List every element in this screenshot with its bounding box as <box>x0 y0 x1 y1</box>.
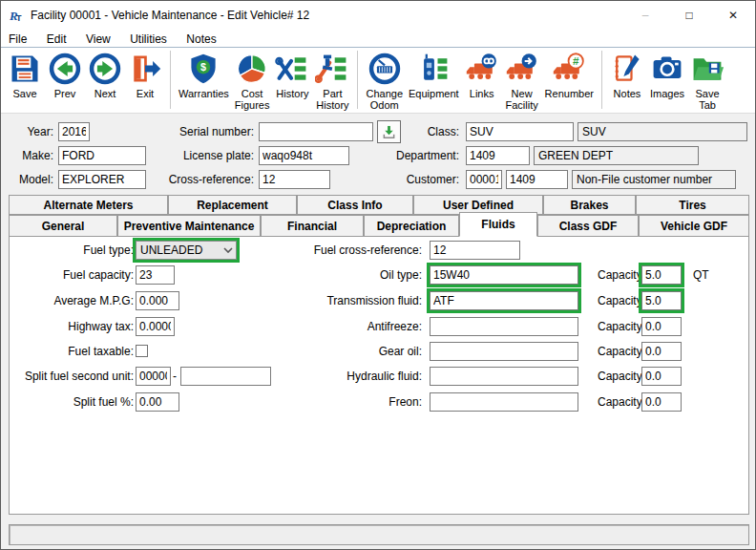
highway-tax-input[interactable] <box>136 317 175 336</box>
equipment-icon <box>416 50 451 88</box>
toolbar-history-button[interactable]: History <box>272 50 312 99</box>
gear-oil-input[interactable] <box>430 342 578 361</box>
maximize-button[interactable]: □ <box>667 1 711 30</box>
toolbar-links-button[interactable]: Links <box>462 50 502 99</box>
gear-oil-capacity-label: Capacity: <box>592 342 645 361</box>
toolbar-separator <box>170 51 171 109</box>
antifreeze-input[interactable] <box>430 317 578 336</box>
fluids-tab-panel: Fuel type: UNLEADED Fuel capacity: Avera… <box>9 236 749 515</box>
transmission-capacity-input[interactable] <box>641 291 682 310</box>
close-button[interactable]: ✕ <box>711 1 755 30</box>
oil-capacity-label: Capacity: <box>592 265 645 285</box>
oil-capacity-input[interactable] <box>641 265 682 285</box>
transmission-fluid-input[interactable] <box>430 291 578 310</box>
tab-class-info[interactable]: Class Info <box>297 195 413 215</box>
title-bar[interactable]: RT Facility 00001 - Vehicle Maintenance … <box>1 1 755 30</box>
tab-preventive-maintenance[interactable]: Preventive Maintenance <box>117 215 261 236</box>
license-plate-input[interactable] <box>259 146 349 165</box>
links-icon <box>465 50 499 88</box>
class-input[interactable] <box>466 122 574 141</box>
svg-text:T: T <box>16 13 22 23</box>
menu-utilities[interactable]: Utilities <box>122 31 175 48</box>
hydraulic-fluid-label: Hydraulic fluid: <box>305 367 422 386</box>
history-icon <box>275 50 309 88</box>
toolbar-part-history-button[interactable]: Part History <box>312 50 352 111</box>
tab-alternate-meters[interactable]: Alternate Meters <box>9 195 168 215</box>
fuel-capacity-input[interactable] <box>136 265 175 285</box>
cross-reference-label: Cross-reference: <box>154 170 254 189</box>
year-input[interactable] <box>58 122 90 141</box>
transmission-fluid-highlight <box>427 288 581 313</box>
antifreeze-capacity-input[interactable] <box>641 317 682 336</box>
model-input[interactable] <box>58 170 146 189</box>
tab-financial[interactable]: Financial <box>261 215 364 236</box>
average-mpg-input[interactable] <box>136 291 179 310</box>
department-input[interactable] <box>466 146 530 165</box>
oil-type-label: Oil type: <box>305 265 422 285</box>
menu-notes[interactable]: Notes <box>178 31 223 48</box>
tab-fluids[interactable]: Fluids <box>459 212 537 237</box>
customer-input-2[interactable] <box>506 170 568 189</box>
toolbar-next-button[interactable]: Next <box>85 50 125 99</box>
tab-brakes[interactable]: Brakes <box>543 195 636 215</box>
menu-view[interactable]: View <box>78 31 118 48</box>
customer-input-1[interactable] <box>466 170 502 189</box>
toolbar-new-facility-button[interactable]: New Facility <box>502 50 542 111</box>
transmission-capacity-highlight <box>639 288 684 313</box>
split-fuel-second-unit-input-2[interactable] <box>180 367 271 386</box>
toolbar-images-button[interactable]: Images <box>647 50 687 99</box>
toolbar-change-odom-button[interactable]: Change Odom <box>363 50 406 111</box>
freon-input[interactable] <box>430 392 578 412</box>
warranties-icon: $ <box>186 50 220 88</box>
tab-depreciation[interactable]: Depreciation <box>364 215 459 236</box>
department-label: Department: <box>378 146 459 165</box>
part-history-icon <box>315 50 349 88</box>
toolbar-notes-button[interactable]: Notes <box>607 50 647 99</box>
year-label: Year: <box>1 122 53 141</box>
toolbar-separator <box>601 51 602 109</box>
tab-general[interactable]: General <box>9 215 117 236</box>
toolbar-cost-figures-button[interactable]: Cost Figures <box>232 50 273 111</box>
toolbar-renumber-button[interactable]: # Renumber <box>542 50 597 99</box>
freon-capacity-input[interactable] <box>641 392 682 412</box>
fuel-type-select[interactable]: UNLEADED <box>136 241 237 260</box>
license-plate-label: License plate: <box>154 146 254 165</box>
class-description: SUV <box>578 122 747 141</box>
save-icon <box>8 50 42 88</box>
make-input[interactable] <box>58 146 146 165</box>
split-fuel-percent-input[interactable] <box>136 392 179 412</box>
antifreeze-label: Antifreeze: <box>305 317 422 336</box>
tab-tires[interactable]: Tires <box>636 195 749 215</box>
tab-class-gdf[interactable]: Class GDF <box>537 215 639 236</box>
svg-text:$: $ <box>200 61 206 73</box>
split-fuel-second-unit-input-1[interactable] <box>136 367 171 386</box>
hydraulic-capacity-input[interactable] <box>641 367 682 386</box>
customer-description: Non-File customer number <box>572 170 736 189</box>
cross-reference-input[interactable] <box>259 170 330 189</box>
renumber-icon: # <box>552 50 586 88</box>
model-label: Model: <box>1 170 53 189</box>
make-label: Make: <box>1 146 53 165</box>
toolbar-equipment-button[interactable]: Equipment <box>406 50 462 99</box>
fuel-type-label: Fuel type: <box>10 241 134 260</box>
images-icon <box>650 50 684 88</box>
fuel-cross-reference-input[interactable] <box>430 241 520 260</box>
toolbar-exit-button[interactable]: Exit <box>125 50 165 99</box>
gear-oil-capacity-input[interactable] <box>641 342 682 361</box>
toolbar: Save Prev Next Exit $ Warranties Cost Fi… <box>1 48 755 114</box>
menu-edit[interactable]: Edit <box>39 31 74 48</box>
toolbar-warranties-button[interactable]: $ Warranties <box>176 50 232 99</box>
oil-type-input[interactable] <box>430 265 578 285</box>
menu-file[interactable]: File <box>1 31 34 48</box>
minimize-button[interactable]: – <box>623 1 667 30</box>
tab-vehicle-gdf[interactable]: Vehicle GDF <box>639 215 749 236</box>
app-icon: RT <box>9 8 24 23</box>
fuel-taxable-checkbox[interactable] <box>136 345 148 357</box>
hydraulic-fluid-input[interactable] <box>430 367 578 386</box>
serial-number-input[interactable] <box>259 122 373 141</box>
toolbar-prev-button[interactable]: Prev <box>45 50 85 99</box>
tab-replacement[interactable]: Replacement <box>168 195 297 215</box>
oil-type-highlight <box>427 263 581 287</box>
toolbar-save-tab-button[interactable]: Save Tab <box>687 50 727 111</box>
toolbar-save-button[interactable]: Save <box>5 50 45 99</box>
